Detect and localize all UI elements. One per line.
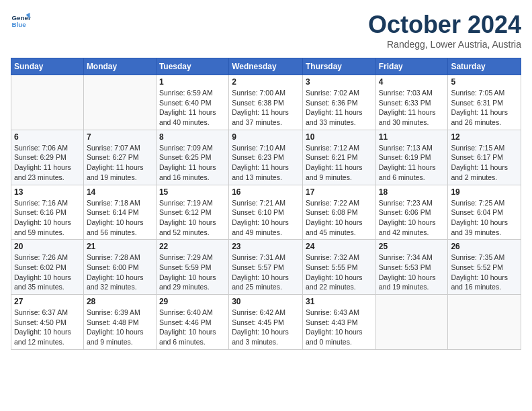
day-number: 14 xyxy=(87,187,153,197)
calendar-cell: 28Sunrise: 6:39 AM Sunset: 4:48 PM Dayli… xyxy=(83,295,156,350)
day-detail: Sunrise: 7:06 AM Sunset: 6:29 PM Dayligh… xyxy=(14,143,81,183)
calendar-table: SundayMondayTuesdayWednesdayThursdayFrid… xyxy=(11,58,521,350)
day-number: 23 xyxy=(232,242,300,251)
calendar-cell: 14Sunrise: 7:18 AM Sunset: 6:14 PM Dayli… xyxy=(83,185,156,240)
day-detail: Sunrise: 6:39 AM Sunset: 4:48 PM Dayligh… xyxy=(87,308,153,347)
day-number: 11 xyxy=(379,132,445,142)
calendar-cell: 31Sunrise: 6:43 AM Sunset: 4:43 PM Dayli… xyxy=(302,295,375,350)
day-detail: Sunrise: 7:32 AM Sunset: 5:55 PM Dayligh… xyxy=(306,253,373,292)
day-detail: Sunrise: 7:00 AM Sunset: 6:38 PM Dayligh… xyxy=(232,88,300,128)
day-detail: Sunrise: 7:31 AM Sunset: 5:57 PM Dayligh… xyxy=(232,253,300,292)
calendar-cell: 25Sunrise: 7:34 AM Sunset: 5:53 PM Dayli… xyxy=(375,240,448,295)
day-number: 3 xyxy=(306,77,373,87)
day-detail: Sunrise: 7:16 AM Sunset: 6:16 PM Dayligh… xyxy=(14,198,81,238)
day-detail: Sunrise: 6:59 AM Sunset: 6:40 PM Dayligh… xyxy=(159,88,226,128)
weekday-header-friday: Friday xyxy=(375,58,448,75)
calendar-cell: 20Sunrise: 7:26 AM Sunset: 6:02 PM Dayli… xyxy=(11,240,84,295)
day-detail: Sunrise: 7:23 AM Sunset: 6:06 PM Dayligh… xyxy=(379,198,445,238)
day-detail: Sunrise: 7:09 AM Sunset: 6:25 PM Dayligh… xyxy=(159,143,226,183)
day-number: 18 xyxy=(379,187,445,197)
day-detail: Sunrise: 7:18 AM Sunset: 6:14 PM Dayligh… xyxy=(87,198,153,238)
day-number: 29 xyxy=(159,297,226,306)
day-number: 24 xyxy=(306,242,373,251)
calendar-cell: 19Sunrise: 7:25 AM Sunset: 6:04 PM Dayli… xyxy=(448,185,521,240)
calendar-cell: 26Sunrise: 7:35 AM Sunset: 5:52 PM Dayli… xyxy=(448,240,521,295)
calendar-cell: 17Sunrise: 7:22 AM Sunset: 6:08 PM Dayli… xyxy=(302,185,375,240)
calendar-cell: 27Sunrise: 6:37 AM Sunset: 4:50 PM Dayli… xyxy=(11,295,84,350)
day-number: 17 xyxy=(306,187,373,197)
calendar-cell xyxy=(375,295,448,350)
day-number: 20 xyxy=(14,242,81,251)
calendar-cell: 11Sunrise: 7:13 AM Sunset: 6:19 PM Dayli… xyxy=(375,130,448,185)
calendar-cell: 24Sunrise: 7:32 AM Sunset: 5:55 PM Dayli… xyxy=(302,240,375,295)
weekday-header-monday: Monday xyxy=(83,58,156,75)
day-number: 30 xyxy=(232,297,300,306)
day-detail: Sunrise: 7:15 AM Sunset: 6:17 PM Dayligh… xyxy=(451,143,518,183)
calendar-cell xyxy=(448,295,521,350)
calendar-cell: 18Sunrise: 7:23 AM Sunset: 6:06 PM Dayli… xyxy=(375,185,448,240)
day-detail: Sunrise: 7:35 AM Sunset: 5:52 PM Dayligh… xyxy=(451,253,518,292)
day-number: 13 xyxy=(14,187,81,197)
calendar-week-4: 20Sunrise: 7:26 AM Sunset: 6:02 PM Dayli… xyxy=(11,240,521,295)
day-number: 22 xyxy=(159,242,226,251)
calendar-week-1: 1Sunrise: 6:59 AM Sunset: 6:40 PM Daylig… xyxy=(11,75,521,130)
day-detail: Sunrise: 6:40 AM Sunset: 4:46 PM Dayligh… xyxy=(159,308,226,347)
month-title: October 2024 xyxy=(368,11,521,39)
day-detail: Sunrise: 7:19 AM Sunset: 6:12 PM Dayligh… xyxy=(159,198,226,238)
svg-text:Blue: Blue xyxy=(12,21,27,28)
calendar-cell: 7Sunrise: 7:07 AM Sunset: 6:27 PM Daylig… xyxy=(83,130,156,185)
day-detail: Sunrise: 7:26 AM Sunset: 6:02 PM Dayligh… xyxy=(14,253,81,292)
calendar-cell: 10Sunrise: 7:12 AM Sunset: 6:21 PM Dayli… xyxy=(302,130,375,185)
calendar-cell: 5Sunrise: 7:05 AM Sunset: 6:31 PM Daylig… xyxy=(448,75,521,130)
day-number: 5 xyxy=(451,77,518,87)
day-number: 4 xyxy=(379,77,445,87)
calendar-cell: 30Sunrise: 6:42 AM Sunset: 4:45 PM Dayli… xyxy=(229,295,303,350)
calendar-cell xyxy=(83,75,156,130)
day-number: 1 xyxy=(159,77,226,87)
calendar-week-2: 6Sunrise: 7:06 AM Sunset: 6:29 PM Daylig… xyxy=(11,130,521,185)
calendar-cell: 21Sunrise: 7:28 AM Sunset: 6:00 PM Dayli… xyxy=(83,240,156,295)
day-detail: Sunrise: 7:29 AM Sunset: 5:59 PM Dayligh… xyxy=(159,253,226,292)
day-number: 10 xyxy=(306,132,373,142)
day-detail: Sunrise: 6:37 AM Sunset: 4:50 PM Dayligh… xyxy=(14,308,81,347)
calendar-week-3: 13Sunrise: 7:16 AM Sunset: 6:16 PM Dayli… xyxy=(11,185,521,240)
day-number: 31 xyxy=(306,297,373,306)
day-number: 15 xyxy=(159,187,226,197)
day-number: 12 xyxy=(451,132,518,142)
calendar-week-5: 27Sunrise: 6:37 AM Sunset: 4:50 PM Dayli… xyxy=(11,295,521,350)
weekday-header-sunday: Sunday xyxy=(11,58,84,75)
day-number: 7 xyxy=(87,132,153,142)
day-detail: Sunrise: 7:21 AM Sunset: 6:10 PM Dayligh… xyxy=(232,198,300,238)
day-number: 2 xyxy=(232,77,300,87)
day-detail: Sunrise: 7:10 AM Sunset: 6:23 PM Dayligh… xyxy=(232,143,300,183)
day-detail: Sunrise: 7:34 AM Sunset: 5:53 PM Dayligh… xyxy=(379,253,445,292)
calendar-cell: 9Sunrise: 7:10 AM Sunset: 6:23 PM Daylig… xyxy=(229,130,303,185)
day-detail: Sunrise: 7:07 AM Sunset: 6:27 PM Dayligh… xyxy=(87,143,153,183)
weekday-header-wednesday: Wednesday xyxy=(229,58,303,75)
day-detail: Sunrise: 7:02 AM Sunset: 6:36 PM Dayligh… xyxy=(306,88,373,128)
calendar-cell: 22Sunrise: 7:29 AM Sunset: 5:59 PM Dayli… xyxy=(156,240,228,295)
logo: General Blue xyxy=(11,11,34,31)
day-detail: Sunrise: 7:05 AM Sunset: 6:31 PM Dayligh… xyxy=(451,88,518,128)
day-detail: Sunrise: 6:43 AM Sunset: 4:43 PM Dayligh… xyxy=(306,308,373,347)
day-detail: Sunrise: 7:28 AM Sunset: 6:00 PM Dayligh… xyxy=(87,253,153,292)
weekday-header-saturday: Saturday xyxy=(448,58,521,75)
day-number: 28 xyxy=(87,297,153,306)
day-detail: Sunrise: 6:42 AM Sunset: 4:45 PM Dayligh… xyxy=(232,308,300,347)
calendar-cell: 6Sunrise: 7:06 AM Sunset: 6:29 PM Daylig… xyxy=(11,130,84,185)
calendar-cell: 13Sunrise: 7:16 AM Sunset: 6:16 PM Dayli… xyxy=(11,185,84,240)
calendar-cell: 16Sunrise: 7:21 AM Sunset: 6:10 PM Dayli… xyxy=(229,185,303,240)
calendar-cell: 1Sunrise: 6:59 AM Sunset: 6:40 PM Daylig… xyxy=(156,75,228,130)
calendar-cell: 12Sunrise: 7:15 AM Sunset: 6:17 PM Dayli… xyxy=(448,130,521,185)
calendar-cell: 23Sunrise: 7:31 AM Sunset: 5:57 PM Dayli… xyxy=(229,240,303,295)
day-number: 19 xyxy=(451,187,518,197)
day-number: 26 xyxy=(451,242,518,251)
day-detail: Sunrise: 7:12 AM Sunset: 6:21 PM Dayligh… xyxy=(306,143,373,183)
page-header: General Blue October 2024 Randegg, Lower… xyxy=(11,11,521,50)
day-number: 16 xyxy=(232,187,300,197)
day-number: 27 xyxy=(14,297,81,306)
day-detail: Sunrise: 7:22 AM Sunset: 6:08 PM Dayligh… xyxy=(306,198,373,238)
calendar-cell: 8Sunrise: 7:09 AM Sunset: 6:25 PM Daylig… xyxy=(156,130,228,185)
calendar-cell: 4Sunrise: 7:03 AM Sunset: 6:33 PM Daylig… xyxy=(375,75,448,130)
day-number: 9 xyxy=(232,132,300,142)
